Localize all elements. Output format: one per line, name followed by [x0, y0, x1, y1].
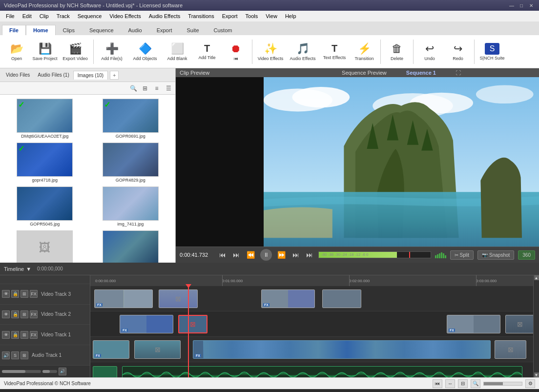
table-row[interactable]: FX — [261, 289, 315, 308]
undo-button[interactable]: ↩ Undo — [416, 37, 443, 66]
360-button[interactable]: 360 — [518, 250, 535, 260]
export-video-button[interactable]: 🎬 Export Video — [60, 37, 91, 66]
list-item[interactable] — [89, 229, 173, 263]
table-row[interactable] — [322, 289, 361, 308]
track-mute-btn-v3[interactable]: 👁 — [2, 290, 10, 298]
tab-export[interactable]: Export — [149, 25, 180, 35]
add-objects-button[interactable]: 🔷 Add Objects — [128, 37, 162, 66]
media-grid-view[interactable]: ⊞ — [140, 83, 150, 93]
timeline-settings[interactable]: ⚙ — [525, 379, 535, 388]
tab-clips[interactable]: Clips — [56, 25, 82, 35]
minimize-button[interactable]: — — [508, 1, 516, 9]
split-button[interactable]: ✂ Split — [450, 250, 474, 260]
menu-edit[interactable]: Edit — [19, 12, 36, 20]
tab-audio[interactable]: Audio — [121, 25, 149, 35]
table-row[interactable]: ⊠ — [159, 289, 198, 308]
tab-custom[interactable]: Custom — [207, 25, 240, 35]
table-row[interactable]: ⊠ — [505, 315, 533, 333]
redo-button[interactable]: ↪ Redo — [444, 37, 472, 66]
add-files-button[interactable]: ➕ Add File(s) — [96, 37, 127, 66]
close-button[interactable]: ✕ — [527, 1, 535, 9]
track-mute-btn-v2[interactable]: 👁 — [2, 310, 10, 318]
table-row[interactable]: FX — [93, 340, 129, 359]
scroll-down[interactable]: ▼ — [534, 372, 539, 377]
track-group-btn-a1[interactable]: ⊞ — [21, 351, 28, 359]
tab-home[interactable]: Home — [26, 25, 56, 35]
snapshot-button[interactable]: 📷 Snapshot — [477, 250, 514, 260]
menu-video-effects[interactable]: Video Effects — [105, 12, 145, 20]
menu-sequence[interactable]: Sequence — [74, 12, 106, 20]
play-button[interactable]: ⏩ — [276, 250, 287, 260]
tab-sequence[interactable]: Sequence — [82, 25, 121, 35]
track-fx-btn-v2[interactable]: FX — [30, 310, 38, 318]
list-item[interactable]: ✓ DMqt6GiUEAAO2ET.jpg — [3, 98, 87, 140]
maximize-button[interactable]: □ — [518, 1, 525, 9]
timeline-dropdown[interactable]: ▼ — [26, 266, 31, 272]
list-item[interactable]: 🖼 — [3, 229, 87, 263]
sequence-preview-tab[interactable]: Sequence Preview — [342, 70, 387, 76]
timeline-nav-start[interactable]: ⏮ — [433, 379, 442, 388]
tab-images[interactable]: Images (10) — [73, 71, 108, 80]
tab-file[interactable]: File — [2, 25, 26, 35]
tab-video-files[interactable]: Video Files — [2, 71, 34, 79]
nch-suite-button[interactable]: S S|NCH Suite — [477, 37, 507, 66]
media-list-view[interactable]: ≡ — [152, 83, 162, 93]
tab-audio-files[interactable]: Audio Files (1) — [34, 71, 73, 79]
list-item[interactable]: ✓ gopr4718.jpg — [3, 142, 87, 184]
zoom-slider[interactable] — [483, 382, 522, 386]
table-row[interactable]: FX — [93, 366, 117, 377]
table-row[interactable]: ⊠ — [134, 340, 181, 359]
progress-bar[interactable]: -60 -36 -30 -24 -18 -12 -6 0 — [318, 251, 431, 258]
audio-effects-button[interactable]: 🎵 Audio Effects — [287, 37, 318, 66]
text-effects-button[interactable]: T Text Effects — [319, 37, 350, 66]
media-details-view[interactable]: ☰ — [164, 83, 173, 93]
timeline-zoom-out[interactable]: ↔ — [445, 379, 455, 388]
video-effects-button[interactable]: ✨ Video Effects — [255, 37, 286, 66]
menu-file[interactable]: File — [2, 12, 19, 20]
track-fx-btn-v1[interactable]: FX — [30, 331, 38, 339]
pan-slider[interactable] — [42, 370, 57, 373]
transition-button[interactable]: ⚡ Transition — [351, 37, 378, 66]
list-item[interactable]: GOPR4829.jpg — [89, 142, 173, 184]
add-blank-button[interactable]: ⬜ Add Blank — [163, 37, 192, 66]
menu-help[interactable]: Help — [281, 12, 300, 20]
menu-view[interactable]: View — [262, 12, 281, 20]
menu-track[interactable]: Track — [53, 12, 74, 20]
media-search-button[interactable]: 🔍 — [128, 83, 138, 93]
list-item[interactable]: ✓ GOPR0691.jpg — [89, 98, 173, 140]
track-group-btn-v3[interactable]: ⊞ — [21, 290, 28, 298]
audio-mute-icon[interactable]: 🔊 — [59, 368, 66, 375]
open-button[interactable]: 📂 Open — [3, 37, 30, 66]
table-row[interactable]: FX — [447, 315, 500, 333]
list-item[interactable]: GOPR5045.jpg — [3, 186, 87, 227]
fullscreen-icon[interactable]: ⛶ — [456, 70, 461, 76]
menu-audio-effects[interactable]: Audio Effects — [145, 12, 185, 20]
add-tab-button[interactable]: + — [110, 71, 119, 80]
clip-preview-tab[interactable]: Clip Preview — [176, 68, 264, 77]
table-row[interactable]: FX — [94, 289, 153, 308]
table-row[interactable]: FX — [120, 315, 173, 333]
menu-export[interactable]: Export — [218, 12, 242, 20]
delete-button[interactable]: 🗑 Delete — [383, 37, 411, 66]
menu-tools[interactable]: Tools — [242, 12, 262, 20]
rewind-button[interactable]: ⏪ — [245, 250, 256, 260]
track-group-btn-v2[interactable]: ⊞ — [21, 310, 28, 318]
add-title-button[interactable]: T Add Title — [193, 37, 221, 66]
skip-start-button[interactable]: ⏮ — [218, 250, 228, 260]
save-project-button[interactable]: 💾 Save Project — [31, 37, 59, 66]
track-solo-btn-a1[interactable]: S — [11, 351, 19, 359]
track-group-btn-v1[interactable]: ⊞ — [21, 331, 28, 339]
table-row[interactable]: FX 🔊 — [122, 366, 522, 377]
volume-slider[interactable] — [2, 370, 41, 373]
skip-end-button[interactable]: ⏭ — [305, 250, 314, 260]
next-frame-button[interactable]: ⏭ — [291, 250, 301, 260]
menu-clip[interactable]: Clip — [36, 12, 53, 20]
timeline-zoom-fit[interactable]: ⊟ — [458, 379, 468, 388]
track-fx-btn-v3[interactable]: FX — [30, 290, 38, 298]
tab-suite[interactable]: Suite — [179, 25, 206, 35]
table-row[interactable]: ⊠ — [178, 315, 207, 333]
vertical-scrollbar[interactable]: ▲ ▼ — [533, 275, 539, 377]
track-lock-btn-v3[interactable]: 🔒 — [11, 290, 19, 298]
prev-frame-button[interactable]: ⏭ — [231, 250, 241, 260]
menu-transitions[interactable]: Transitions — [184, 12, 218, 20]
